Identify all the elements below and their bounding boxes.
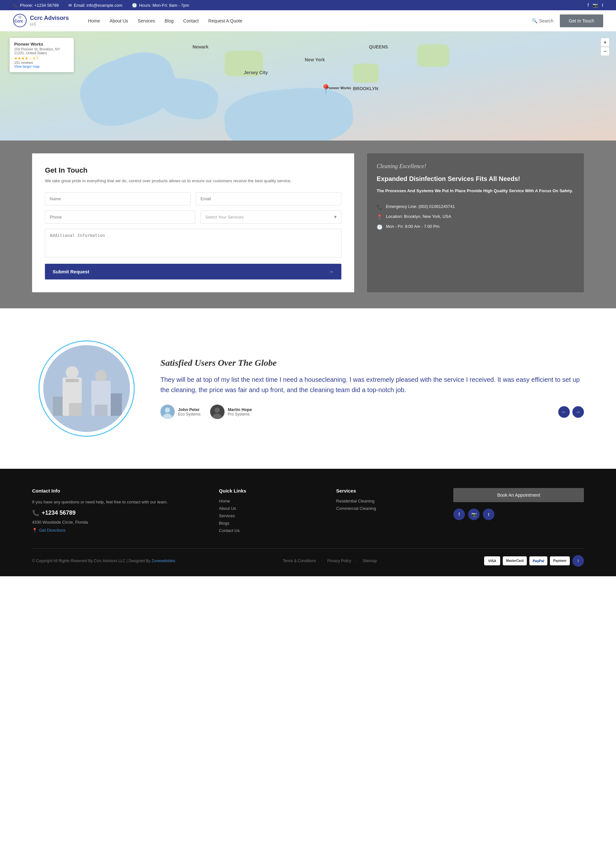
footer-contact-title: Contact Info xyxy=(32,488,206,494)
footer-facebook-icon[interactable]: f xyxy=(453,509,465,520)
form-row-2: Select Your Services Residential Cleanin… xyxy=(45,211,341,224)
privacy-link[interactable]: Privacy Policy xyxy=(327,559,351,563)
testimonial-section: Satisfied Users Over The Globe They will… xyxy=(0,308,616,469)
phone-input[interactable] xyxy=(45,211,195,224)
scroll-to-top-button[interactable]: ↑ xyxy=(572,555,584,567)
city-label-jersey: Jersey City xyxy=(244,70,268,75)
svg-rect-3 xyxy=(43,345,130,432)
footer-link-home[interactable]: Home xyxy=(219,498,323,503)
footer-twitter-icon[interactable]: t xyxy=(483,509,494,520)
svg-point-19 xyxy=(215,407,220,413)
footer-link-about[interactable]: About Us xyxy=(219,506,323,511)
footer-service-commercial[interactable]: Commercial Cleaning xyxy=(336,506,440,511)
hours-info-card: 🕐 Mon - Fri: 8:00 Am - 7:00 Pm xyxy=(377,224,574,230)
logo[interactable]: Ccrc Ccrc Advisors LLC xyxy=(13,14,69,28)
footer-services-title: Services xyxy=(336,488,440,494)
review-count: 191 reviews xyxy=(14,61,69,64)
location-info: 📍 Location: Brooklyn, New York, USA xyxy=(377,214,574,220)
mastercard-card: MasterCard xyxy=(503,556,527,565)
card-tagline: Cleaning Excellence! xyxy=(377,163,574,170)
services-select[interactable]: Select Your Services Residential Cleanin… xyxy=(201,211,341,224)
directions-label: Get Directions xyxy=(39,528,66,533)
testimonial-heading: Satisfied Users Over The Globe xyxy=(160,358,584,368)
contact-form: Get In Touch We take great pride in ever… xyxy=(32,153,354,292)
search-button[interactable]: 🔍 Search xyxy=(532,18,553,24)
nav-about[interactable]: About Us xyxy=(110,18,128,24)
phone-info: 📞 Phone: +1234 56789 xyxy=(13,3,59,8)
footer-service-residential[interactable]: Residential Cleaning xyxy=(336,498,440,503)
get-directions-link[interactable]: 📍 Get Directions xyxy=(32,528,206,533)
email-text: Email: info@example.com xyxy=(74,3,122,8)
contact-form-desc: We take great pride in everything that w… xyxy=(45,178,341,184)
social-links[interactable]: f 📷 t xyxy=(588,3,603,8)
copyright-text: © Copyright All Rights Reserved By Ccrc … xyxy=(32,559,151,563)
footer-instagram-icon[interactable]: 📷 xyxy=(468,509,480,520)
phone-card-icon: 📞 xyxy=(377,204,383,210)
view-larger-map[interactable]: View larger map xyxy=(14,64,69,68)
zoom-in-button[interactable]: + xyxy=(600,38,610,47)
submit-arrow-icon: → xyxy=(329,269,334,274)
nav-services[interactable]: Services xyxy=(138,18,155,24)
contact-section: Get In Touch We take great pride in ever… xyxy=(0,137,616,308)
prev-testimonial-button[interactable]: ← xyxy=(558,406,570,418)
designer-link[interactable]: Zonewebsites xyxy=(151,559,175,563)
testimonial-content: Satisfied Users Over The Globe They will… xyxy=(160,358,584,419)
city-label-queens: QUEENS xyxy=(369,44,388,49)
author-1-avatar xyxy=(160,405,175,419)
submit-label: Submit Request xyxy=(53,269,89,274)
footer-link-contact[interactable]: Contact Us xyxy=(219,528,323,533)
city-label-newyork: New York xyxy=(305,57,325,62)
map-section: Newark Jersey City New York QUEENS BROOK… xyxy=(0,31,616,140)
testimonial-quote: They will be at top of my list the next … xyxy=(160,374,584,395)
author-2-company: Pro Systems xyxy=(228,412,252,416)
instagram-top-link[interactable]: 📷 xyxy=(592,3,598,8)
nav-home[interactable]: Home xyxy=(88,18,100,24)
paypal-card: PayPal xyxy=(530,556,547,565)
name-input[interactable] xyxy=(45,192,190,205)
footer-link-blogs[interactable]: Blogs xyxy=(219,521,323,526)
nav-contact[interactable]: Contact xyxy=(183,18,199,24)
footer-phone: 📞 +1234 56789 xyxy=(32,509,206,517)
footer-social-links[interactable]: f 📷 t xyxy=(453,509,584,520)
footer-link-services[interactable]: Services xyxy=(219,513,323,518)
phone-icon: 📞 xyxy=(13,3,18,8)
emergency-text: Emergency Line: (002) 01061245741 xyxy=(386,204,455,209)
form-row-1 xyxy=(45,192,341,205)
footer-services-col: Services Residential Cleaning Commercial… xyxy=(336,488,440,536)
author-2-avatar xyxy=(210,405,225,419)
main-nav: Home About Us Services Blog Contact Requ… xyxy=(88,18,532,24)
footer-contact-desc: If you have any questions or need help, … xyxy=(32,498,206,506)
footer-bottom: © Copyright All Rights Reserved By Ccrc … xyxy=(32,549,584,567)
svg-marker-2 xyxy=(17,15,22,19)
zoom-out-button[interactable]: − xyxy=(600,47,610,56)
map-zoom-controls[interactable]: + − xyxy=(600,38,610,56)
email-icon: ✉ xyxy=(68,3,72,8)
author-1-company: Eco Systems xyxy=(178,412,201,416)
visa-card: VISA xyxy=(484,556,500,565)
testimonial-image xyxy=(32,334,141,443)
rating: 4.7 xyxy=(33,56,38,61)
facebook-top-link[interactable]: f xyxy=(588,3,589,8)
next-testimonial-button[interactable]: → xyxy=(572,406,584,418)
location-footer-icon: 📍 xyxy=(32,528,37,533)
book-appointment-button[interactable]: Book An Appointment xyxy=(453,488,584,502)
footer-contact-col: Contact Info If you have any questions o… xyxy=(32,488,206,536)
location-text: Location: Brooklyn, New York, USA xyxy=(386,214,451,219)
submit-button[interactable]: Submit Request → xyxy=(45,264,341,280)
testimonial-authors: John Peter Eco Systems Martin Hope Pro S… xyxy=(160,405,584,419)
svg-rect-12 xyxy=(101,405,107,416)
nav-quote[interactable]: Request A Quote xyxy=(208,18,242,24)
contact-form-title: Get In Touch xyxy=(45,166,341,174)
get-in-touch-button[interactable]: Get In Touch xyxy=(560,14,603,27)
email-input[interactable] xyxy=(196,192,341,205)
testimonial-navigation[interactable]: ← → xyxy=(558,406,584,418)
terms-link[interactable]: Terms & Conditions xyxy=(283,559,316,563)
location-card-icon: 📍 xyxy=(377,214,383,220)
svg-rect-11 xyxy=(95,405,101,416)
phone-footer-icon: 📞 xyxy=(32,509,39,517)
additional-info-input[interactable] xyxy=(45,229,341,258)
paymeer-card: Paymeer xyxy=(550,556,570,565)
nav-blog[interactable]: Blog xyxy=(165,18,174,24)
sitemap-link[interactable]: Sitemap xyxy=(363,559,377,563)
twitter-top-link[interactable]: t xyxy=(602,3,603,8)
